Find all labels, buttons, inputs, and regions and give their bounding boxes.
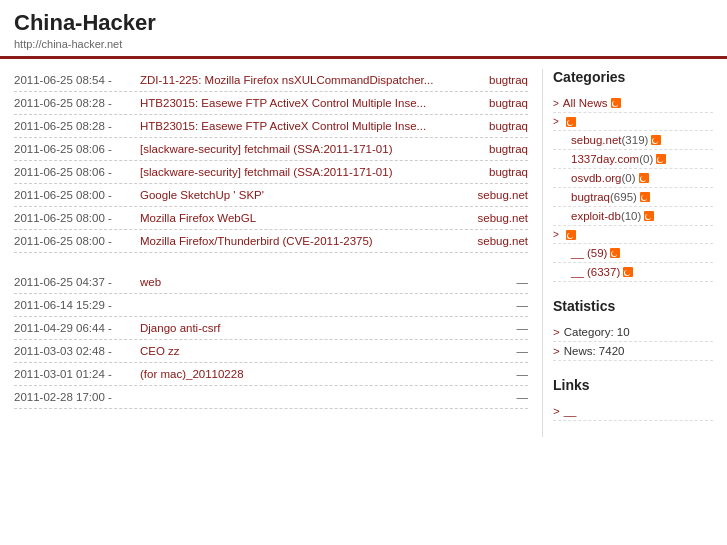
- category-link[interactable]: sebug.net: [571, 134, 622, 146]
- news-source-link[interactable]: bugtraq: [470, 97, 528, 109]
- news-source-link[interactable]: sebug.net: [470, 235, 528, 247]
- blog-title-link[interactable]: CEO zz: [140, 345, 509, 357]
- stat-label: Category: 10: [564, 326, 630, 338]
- rss-icon: [644, 211, 654, 221]
- arrow-icon: >: [553, 345, 560, 357]
- category-link[interactable]: bugtraq: [571, 191, 610, 203]
- news-section: 2011-06-25 08:54 -ZDI-11-225: Mozilla Fi…: [14, 69, 528, 253]
- blog-section: 2011-06-25 04:37 -web—2011-06-14 15:29 -…: [14, 271, 528, 409]
- rss-icon: [623, 267, 633, 277]
- statistics-section: Statistics >Category: 10>News: 7420: [553, 298, 713, 361]
- sidebar-category-item: __ (6337): [553, 263, 713, 282]
- blog-row: 2011-06-25 04:37 -web—: [14, 271, 528, 294]
- arrow-icon: >: [553, 116, 559, 127]
- blog-date: 2011-04-29 06:44 -: [14, 322, 134, 334]
- rss-icon: [611, 98, 621, 108]
- arrow-icon: >: [553, 405, 560, 417]
- category-link[interactable]: osvdb.org: [571, 172, 622, 184]
- category-link[interactable]: __ (59): [571, 247, 607, 259]
- arrow-icon: >: [553, 98, 559, 109]
- content-area: 2011-06-25 08:54 -ZDI-11-225: Mozilla Fi…: [0, 69, 542, 437]
- blog-dash: —: [517, 391, 529, 403]
- news-date: 2011-06-25 08:00 -: [14, 189, 134, 201]
- news-date: 2011-06-25 08:28 -: [14, 97, 134, 109]
- blog-title-link[interactable]: (for mac)_20110228: [140, 368, 509, 380]
- arrow-icon: >: [553, 326, 560, 338]
- sidebar-all-news[interactable]: > All News: [553, 94, 713, 113]
- rss-icon: [651, 135, 661, 145]
- news-date: 2011-06-25 08:00 -: [14, 235, 134, 247]
- category-count: (695): [610, 191, 637, 203]
- links-title: Links: [553, 377, 713, 396]
- news-title-link[interactable]: [slackware-security] fetchmail (SSA:2011…: [140, 143, 462, 155]
- link-anchor[interactable]: __: [564, 405, 577, 417]
- blog-date: 2011-06-14 15:29 -: [14, 299, 134, 311]
- all-news-link[interactable]: All News: [563, 97, 608, 109]
- page-header: China-Hacker http://china-hacker.net: [0, 0, 727, 59]
- stat-row: >News: 7420: [553, 342, 713, 361]
- blog-dash: —: [517, 368, 529, 380]
- news-source-link[interactable]: bugtraq: [470, 143, 528, 155]
- news-row: 2011-06-25 08:28 -HTB23015: Easewe FTP A…: [14, 92, 528, 115]
- blog-dash: —: [517, 276, 529, 288]
- blog-title-link[interactable]: web: [140, 276, 509, 288]
- news-title-link[interactable]: ZDI-11-225: Mozilla Firefox nsXULCommand…: [140, 74, 462, 86]
- category-link[interactable]: __ (6337): [571, 266, 620, 278]
- news-source-link[interactable]: bugtraq: [470, 120, 528, 132]
- arrow-icon: >: [553, 229, 559, 240]
- rss-icon: [639, 173, 649, 183]
- news-date: 2011-06-25 08:06 -: [14, 143, 134, 155]
- news-title-link[interactable]: HTB23015: Easewe FTP ActiveX Control Mul…: [140, 97, 462, 109]
- stat-label: News: 7420: [564, 345, 625, 357]
- news-title-link[interactable]: HTB23015: Easewe FTP ActiveX Control Mul…: [140, 120, 462, 132]
- blog-date: 2011-03-03 02:48 -: [14, 345, 134, 357]
- main-layout: 2011-06-25 08:54 -ZDI-11-225: Mozilla Fi…: [0, 59, 727, 437]
- categories-title: Categories: [553, 69, 713, 88]
- sidebar-category-item: 1337day.com (0): [553, 150, 713, 169]
- news-title-link[interactable]: Mozilla Firefox WebGL: [140, 212, 462, 224]
- news-row: 2011-06-25 08:06 -[slackware-security] f…: [14, 161, 528, 184]
- sidebar-category-separator: >: [553, 226, 713, 244]
- blog-row: 2011-04-29 06:44 -Django anti-csrf—: [14, 317, 528, 340]
- sidebar-category-item: bugtraq (695): [553, 188, 713, 207]
- news-title-link[interactable]: Google SketchUp ' SKP': [140, 189, 462, 201]
- sidebar-category-item: osvdb.org (0): [553, 169, 713, 188]
- sidebar: Categories > All News >sebug.net (319)13…: [542, 69, 727, 437]
- news-source-link[interactable]: bugtraq: [470, 74, 528, 86]
- blog-dash: —: [517, 345, 529, 357]
- news-date: 2011-06-25 08:06 -: [14, 166, 134, 178]
- site-title: China-Hacker: [14, 10, 713, 36]
- categories-section: Categories > All News >sebug.net (319)13…: [553, 69, 713, 282]
- news-title-link[interactable]: Mozilla Firefox/Thunderbird (CVE-2011-23…: [140, 235, 462, 247]
- news-source-link[interactable]: sebug.net: [470, 212, 528, 224]
- rss-icon: [610, 248, 620, 258]
- news-row: 2011-06-25 08:06 -[slackware-security] f…: [14, 138, 528, 161]
- site-subtitle: http://china-hacker.net: [14, 38, 713, 50]
- category-link[interactable]: exploit-db: [571, 210, 621, 222]
- category-link[interactable]: 1337day.com: [571, 153, 639, 165]
- blog-dash: —: [517, 322, 529, 334]
- news-source-link[interactable]: bugtraq: [470, 166, 528, 178]
- news-row: 2011-06-25 08:28 -HTB23015: Easewe FTP A…: [14, 115, 528, 138]
- blog-title-link[interactable]: Django anti-csrf: [140, 322, 509, 334]
- rss-icon: [656, 154, 666, 164]
- blog-dash: —: [517, 299, 529, 311]
- blog-row: 2011-06-14 15:29 -—: [14, 294, 528, 317]
- statistics-title: Statistics: [553, 298, 713, 317]
- category-count: (0): [639, 153, 653, 165]
- news-date: 2011-06-25 08:54 -: [14, 74, 134, 86]
- news-date: 2011-06-25 08:28 -: [14, 120, 134, 132]
- news-row: 2011-06-25 08:00 -Google SketchUp ' SKP'…: [14, 184, 528, 207]
- category-count: (10): [621, 210, 641, 222]
- news-row: 2011-06-25 08:00 -Mozilla Firefox WebGLs…: [14, 207, 528, 230]
- rss-icon: [640, 192, 650, 202]
- rss-icon: [566, 230, 576, 240]
- news-source-link[interactable]: sebug.net: [470, 189, 528, 201]
- category-count: (319): [622, 134, 649, 146]
- blog-row: 2011-03-03 02:48 -CEO zz—: [14, 340, 528, 363]
- blog-row: 2011-02-28 17:00 -—: [14, 386, 528, 409]
- category-count: (0): [622, 172, 636, 184]
- news-title-link[interactable]: [slackware-security] fetchmail (SSA:2011…: [140, 166, 462, 178]
- links-section: Links >__: [553, 377, 713, 421]
- blog-date: 2011-02-28 17:00 -: [14, 391, 134, 403]
